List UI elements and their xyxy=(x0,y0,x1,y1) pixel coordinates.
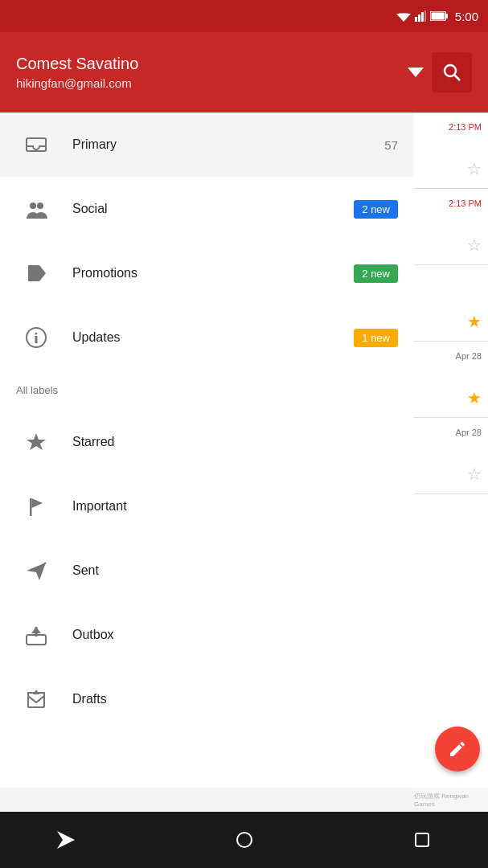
user-name: Comest Savatino xyxy=(16,55,408,73)
status-bar: 5:00 xyxy=(0,0,488,32)
all-labels-title: All labels xyxy=(16,384,58,396)
home-button[interactable] xyxy=(227,822,262,858)
bottom-nav xyxy=(0,812,488,868)
status-time: 5:00 xyxy=(455,10,478,23)
account-dropdown-button[interactable] xyxy=(408,68,424,77)
header: Comest Savatino hikingfan@gmail.com xyxy=(0,32,488,113)
recents-button[interactable] xyxy=(404,822,440,858)
sent-label: Sent xyxy=(72,563,398,578)
primary-label: Primary xyxy=(72,137,384,152)
send-icon xyxy=(16,559,56,582)
outbox-icon xyxy=(16,624,56,646)
email-item-5: Apr 28 ☆ xyxy=(414,418,488,494)
starred-label: Starred xyxy=(72,435,398,449)
star-icon xyxy=(16,431,56,453)
updates-badge: 1 new xyxy=(354,329,398,347)
svg-line-11 xyxy=(455,76,461,81)
email-time-1: 2:13 PM xyxy=(449,122,482,132)
email-star-3[interactable]: ★ xyxy=(467,312,482,331)
nav-item-sent[interactable]: Sent xyxy=(0,538,414,603)
email-item-2: 2:13 PM ☆ xyxy=(414,189,488,265)
email-star-5[interactable]: ☆ xyxy=(467,465,482,484)
promotions-badge: 2 new xyxy=(354,264,398,283)
nav-item-drafts[interactable]: Drafts xyxy=(0,667,414,731)
svg-rect-2 xyxy=(415,17,417,22)
svg-marker-20 xyxy=(32,498,43,508)
email-panel: 2:13 PM ☆ 2:13 PM ☆ ★ Apr 28 ★ Apr 28 ☆ xyxy=(414,113,488,788)
compose-button[interactable] xyxy=(435,727,480,772)
svg-point-10 xyxy=(445,65,456,76)
social-label: Social xyxy=(72,202,354,216)
watermark-text: 仍玩游戏 Rengwan Games xyxy=(414,792,488,808)
nav-item-starred[interactable]: Starred xyxy=(0,410,414,474)
user-email: hikingfan@gmail.com xyxy=(16,76,408,90)
email-time-2: 2:13 PM xyxy=(449,199,482,208)
signal-icon xyxy=(415,10,426,22)
back-button[interactable] xyxy=(48,822,84,858)
nav-item-primary[interactable]: Primary 57 xyxy=(0,113,414,177)
primary-count: 57 xyxy=(384,138,398,152)
svg-marker-18 xyxy=(27,433,46,450)
svg-rect-4 xyxy=(421,12,424,22)
svg-marker-27 xyxy=(57,831,75,849)
nav-item-social[interactable]: Social 2 new xyxy=(0,177,414,241)
svg-rect-8 xyxy=(431,13,444,20)
inbox-icon xyxy=(16,133,56,156)
svg-rect-17 xyxy=(35,336,38,343)
all-labels-section: All labels xyxy=(0,370,414,410)
email-star-2[interactable]: ☆ xyxy=(467,235,482,255)
svg-rect-5 xyxy=(424,10,426,22)
svg-marker-9 xyxy=(408,68,424,77)
email-item-3: ★ xyxy=(414,265,488,342)
email-item-4: Apr 28 ★ xyxy=(414,342,488,418)
social-badge: 2 new xyxy=(354,200,398,219)
nav-drawer: Primary 57 Social 2 new Promotions 2 new xyxy=(0,113,414,788)
svg-rect-3 xyxy=(418,14,420,22)
important-label: Important xyxy=(72,499,398,514)
svg-rect-19 xyxy=(30,498,32,516)
email-item-1: 2:13 PM ☆ xyxy=(414,113,488,189)
svg-point-14 xyxy=(37,203,43,209)
drafts-icon xyxy=(16,688,56,710)
status-icons: 5:00 xyxy=(396,10,478,23)
svg-rect-26 xyxy=(28,693,44,707)
svg-rect-25 xyxy=(35,627,38,637)
email-star-1[interactable]: ☆ xyxy=(467,159,482,178)
drafts-label: Drafts xyxy=(72,692,398,706)
svg-rect-7 xyxy=(445,14,448,18)
flag-icon xyxy=(16,495,56,518)
header-text: Comest Savatino hikingfan@gmail.com xyxy=(16,55,408,90)
svg-point-28 xyxy=(237,833,252,847)
watermark: 仍玩游戏 Rengwan Games xyxy=(414,788,488,812)
search-icon xyxy=(442,63,461,82)
info-icon xyxy=(16,326,56,349)
nav-item-important[interactable]: Important xyxy=(0,474,414,538)
label-icon xyxy=(16,262,56,285)
svg-rect-29 xyxy=(416,833,429,846)
promotions-label: Promotions xyxy=(72,266,354,280)
search-button[interactable] xyxy=(432,52,472,92)
nav-item-promotions[interactable]: Promotions 2 new xyxy=(0,241,414,305)
email-time-5: Apr 28 xyxy=(456,428,482,437)
email-time-4: Apr 28 xyxy=(456,351,482,361)
nav-item-outbox[interactable]: Outbox xyxy=(0,603,414,667)
svg-point-13 xyxy=(30,203,36,209)
updates-label: Updates xyxy=(72,330,354,345)
svg-point-16 xyxy=(35,333,38,335)
email-star-4[interactable]: ★ xyxy=(467,388,482,407)
battery-icon xyxy=(430,11,448,21)
compose-icon xyxy=(448,739,467,759)
nav-item-updates[interactable]: Updates 1 new xyxy=(0,305,414,370)
outbox-label: Outbox xyxy=(72,628,398,642)
people-icon xyxy=(16,198,56,220)
wifi-icon xyxy=(396,10,411,22)
